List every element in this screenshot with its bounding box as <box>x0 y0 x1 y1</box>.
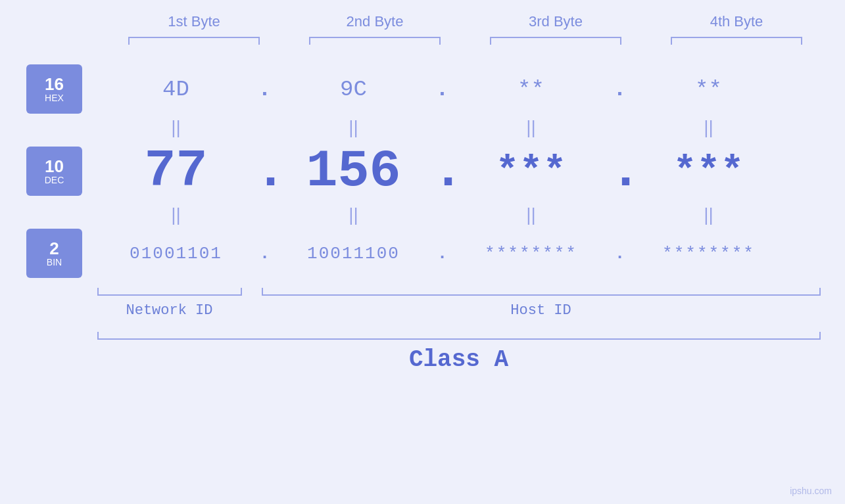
network-bracket <box>97 288 242 296</box>
byte-headers: 1st Byte 2nd Byte 3rd Byte 4th Byte <box>104 13 827 30</box>
eq-values-1: || || || || <box>97 117 834 138</box>
bin-byte1: 01001101 <box>97 244 255 263</box>
eq1-b1: || <box>97 117 255 138</box>
bin-byte2: 10011100 <box>275 244 433 263</box>
eq1-b4: || <box>630 117 788 138</box>
eq2-b4: || <box>630 204 788 225</box>
hex-dot3: . <box>610 78 630 101</box>
dec-base-text: DEC <box>45 175 64 185</box>
bin-dot2: . <box>433 245 452 262</box>
dec-byte3: *** <box>452 149 610 194</box>
byte3-header: 3rd Byte <box>477 13 635 30</box>
byte3-bracket <box>490 37 621 45</box>
bin-base-label: 2 BIN <box>26 229 82 278</box>
bracket-gap <box>242 288 262 296</box>
hex-byte4: ** <box>630 77 788 102</box>
top-bracket-row <box>104 37 827 45</box>
bin-dot1: . <box>255 245 275 262</box>
byte1-header: 1st Byte <box>115 13 273 30</box>
dec-dot3: . <box>610 145 630 198</box>
dec-dot2: . <box>433 145 452 198</box>
full-bracket <box>97 332 821 340</box>
host-id-spacer <box>242 302 262 319</box>
eq2-b1: || <box>97 204 255 225</box>
watermark: ipshu.com <box>790 486 832 496</box>
dec-byte4: *** <box>630 149 788 194</box>
class-label: Class A <box>97 346 821 373</box>
eq-values-2: || || || || <box>97 204 834 225</box>
dec-byte2: 156 <box>275 141 433 201</box>
dec-base-col: 10 DEC <box>12 147 97 196</box>
eq2-b3: || <box>452 204 610 225</box>
dec-dot1: . <box>255 145 275 198</box>
bin-row: 2 BIN 01001101 . 10011100 . ******** . *… <box>12 229 834 278</box>
hex-dot1: . <box>255 78 275 101</box>
dec-base-label: 10 DEC <box>26 147 82 196</box>
byte4-bracket <box>671 37 802 45</box>
hex-base-label: 16 HEX <box>26 64 82 114</box>
bottom-labels: Network ID Host ID <box>97 302 821 319</box>
main-container: 1st Byte 2nd Byte 3rd Byte 4th Byte 16 H… <box>0 0 845 504</box>
bin-values-row: 01001101 . 10011100 . ******** . *******… <box>97 244 834 263</box>
hex-values-row: 4D . 9C . ** . ** <box>97 77 834 102</box>
hex-byte2: 9C <box>275 77 433 102</box>
hex-base-number: 16 <box>45 76 64 93</box>
dec-row: 10 DEC 77 . 156 . *** . *** <box>12 141 834 201</box>
equals-row-2: || || || || <box>12 204 834 225</box>
bottom-section: Network ID Host ID Class A <box>12 288 834 373</box>
bin-dot3: . <box>610 245 630 262</box>
bin-base-col: 2 BIN <box>12 229 97 278</box>
bin-byte4: ******** <box>630 244 788 263</box>
host-bracket <box>262 288 821 296</box>
eq1-b2: || <box>275 117 433 138</box>
hex-base-col: 16 HEX <box>12 64 97 114</box>
byte2-header: 2nd Byte <box>296 13 454 30</box>
bin-base-number: 2 <box>49 240 59 257</box>
dec-base-number: 10 <box>45 158 64 175</box>
hex-row: 16 HEX 4D . 9C . ** . ** <box>12 64 834 114</box>
network-id-label: Network ID <box>97 302 242 319</box>
byte2-bracket <box>309 37 441 45</box>
hex-base-text: HEX <box>45 93 64 103</box>
hex-byte1: 4D <box>97 77 255 102</box>
hex-byte3: ** <box>452 77 610 102</box>
bin-byte3: ******** <box>452 244 610 263</box>
eq1-b3: || <box>452 117 610 138</box>
byte4-header: 4th Byte <box>658 13 815 30</box>
bin-base-text: BIN <box>47 257 62 267</box>
byte1-bracket <box>128 37 260 45</box>
eq2-b2: || <box>275 204 433 225</box>
host-id-label: Host ID <box>262 302 821 319</box>
bottom-brackets <box>97 288 821 296</box>
dec-values-row: 77 . 156 . *** . *** <box>97 141 834 201</box>
dec-byte1: 77 <box>97 141 255 201</box>
equals-row-1: || || || || <box>12 117 834 138</box>
hex-dot2: . <box>433 78 452 101</box>
